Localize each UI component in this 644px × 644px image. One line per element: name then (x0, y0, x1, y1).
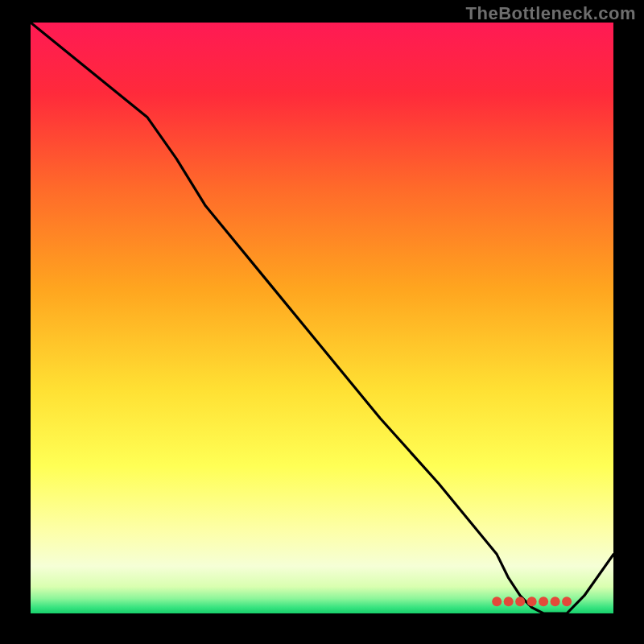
data-marker (539, 597, 548, 606)
data-markers (492, 597, 572, 606)
chart-frame: TheBottleneck.com (0, 0, 644, 644)
data-marker (527, 597, 537, 606)
data-marker (551, 597, 560, 606)
bottleneck-curve (31, 23, 613, 613)
plot-area (31, 23, 613, 613)
chart-overlay (31, 23, 613, 613)
data-marker (492, 597, 502, 606)
data-marker (504, 597, 514, 606)
watermark-text: TheBottleneck.com (466, 3, 636, 24)
data-marker (562, 597, 572, 606)
data-marker (515, 597, 525, 606)
